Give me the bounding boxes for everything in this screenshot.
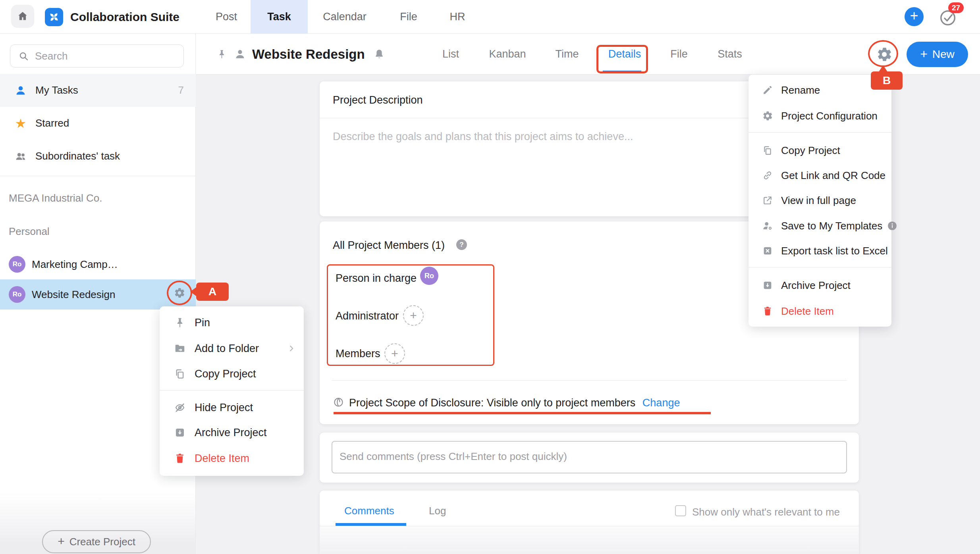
activity-empty-area [320, 526, 859, 554]
new-button-label: New [932, 48, 955, 61]
create-project-label: Create Project [69, 536, 135, 548]
project-label: Website Redesign [32, 289, 116, 301]
globe-icon [333, 396, 344, 408]
project-header: Website Redesign List Kanban Time Detail… [196, 34, 980, 75]
view-tab-time[interactable]: Time [556, 34, 579, 75]
menu-item-get-link-qr[interactable]: Get Link and QR Code [749, 164, 891, 187]
menu-item-copy-project[interactable]: Copy Project [749, 138, 891, 162]
menu-item-archive-project[interactable]: Archive Project [749, 273, 891, 297]
sidebar-item-label: Starred [35, 117, 69, 129]
comment-input[interactable] [332, 441, 847, 473]
topnav-tab-file[interactable]: File [400, 0, 417, 34]
global-create-button[interactable]: + [905, 7, 924, 26]
members-card-title: All Project Members (1) [333, 239, 445, 252]
project-context-menu: Pin Add to Folder Copy Project Hide Proj… [160, 306, 304, 476]
menu-item-export-excel[interactable]: Export task list to Excel [749, 239, 891, 263]
help-icon[interactable]: ? [456, 239, 467, 250]
sidebar-divider [0, 176, 195, 176]
view-tab-file[interactable]: File [670, 34, 688, 75]
sidebar-item-label: My Tasks [35, 84, 78, 96]
pin-icon[interactable] [216, 49, 227, 60]
search-box[interactable] [10, 44, 184, 67]
project-settings-menu: Rename Project Configuration Copy Projec… [749, 75, 891, 327]
todo-count-badge: 27 [948, 2, 964, 13]
new-task-button[interactable]: + New [907, 42, 968, 67]
pin-icon [174, 317, 186, 329]
sidebar-group-personal[interactable]: Personal [9, 225, 50, 238]
menu-item-rename[interactable]: Rename [749, 78, 891, 102]
bell-icon[interactable] [373, 48, 385, 60]
project-label: Marketing Camp… [32, 258, 118, 271]
view-tab-list[interactable]: List [442, 34, 459, 75]
menu-item-archive-project[interactable]: Archive Project [160, 421, 304, 444]
person-icon [15, 85, 27, 96]
gear-icon [762, 110, 773, 121]
menu-item-project-configuration[interactable]: Project Configuration [749, 104, 891, 128]
topnav-tab-post[interactable]: Post [216, 0, 237, 34]
scope-label: Project Scope of Disclosure: [349, 397, 484, 409]
sidebar-project-marketing[interactable]: Ro Marketing Camp… [0, 249, 196, 279]
plus-icon: + [910, 9, 918, 23]
project-title: Website Redesign [252, 34, 365, 75]
annotation-circle-a [167, 281, 192, 305]
search-input[interactable] [35, 45, 178, 67]
menu-item-save-to-templates[interactable]: Save to My Templates [749, 214, 891, 238]
tab-log[interactable]: Log [429, 505, 446, 517]
app-logo[interactable] [45, 8, 63, 26]
pinwheel-icon [48, 11, 60, 23]
sidebar-item-label: Subordinates' task [35, 150, 120, 162]
create-project-button[interactable]: + Create Project [42, 530, 151, 553]
trash-icon [762, 306, 773, 317]
annotation-box-details [596, 45, 648, 73]
topnav-tab-task[interactable]: Task [251, 0, 308, 34]
app-window: Collaboration Suite Post Task Calendar F… [0, 0, 980, 554]
folder-move-icon [174, 342, 186, 354]
menu-item-view-full-page[interactable]: View in full page [749, 189, 891, 212]
menu-item-pin[interactable]: Pin [160, 311, 304, 335]
topnav-tab-hr[interactable]: HR [450, 0, 465, 34]
archive-icon [762, 280, 773, 291]
annotation-arrow-a [190, 287, 196, 296]
search-icon [18, 51, 29, 62]
menu-item-copy-project[interactable]: Copy Project [160, 362, 304, 386]
relevant-filter-checkbox[interactable] [675, 505, 686, 516]
top-bar: Collaboration Suite Post Task Calendar F… [0, 0, 980, 34]
home-button[interactable] [11, 5, 34, 28]
menu-item-hide-project[interactable]: Hide Project [160, 396, 304, 419]
topnav-tab-calendar[interactable]: Calendar [323, 0, 367, 34]
excel-export-icon [762, 245, 773, 256]
menu-item-delete-item[interactable]: Delete Item [749, 299, 891, 323]
external-link-icon [762, 195, 773, 206]
view-tab-stats[interactable]: Stats [718, 34, 742, 75]
people-icon [15, 150, 27, 162]
avatar: Ro [9, 256, 25, 273]
menu-divider [749, 132, 891, 133]
view-tab-kanban[interactable]: Kanban [489, 34, 526, 75]
sidebar-project-website-redesign[interactable]: Ro Website Redesign [0, 279, 196, 310]
annotation-badge-a: A [196, 283, 229, 301]
annotation-arrow-b [879, 65, 887, 72]
relevant-filter-label: Show only what's relevant to me [692, 506, 840, 518]
sidebar-item-subordinates-task[interactable]: Subordinates' task [0, 140, 196, 173]
copy-icon [762, 145, 773, 156]
home-icon [17, 10, 29, 22]
plus-icon: + [920, 48, 928, 60]
person-gear-icon [762, 220, 773, 231]
task-count: 7 [178, 84, 184, 96]
menu-item-add-to-folder[interactable]: Add to Folder [160, 337, 304, 360]
change-scope-link[interactable]: Change [642, 397, 680, 409]
scope-value: Visible only to project members [487, 397, 636, 409]
menu-item-delete-item[interactable]: Delete Item [160, 446, 304, 470]
sidebar-item-starred[interactable]: ★ Starred [0, 107, 196, 140]
activity-card: Comments Log Show only what's relevant t… [320, 491, 859, 554]
annotation-circle-b [868, 40, 898, 67]
sidebar-group-mega[interactable]: MEGA Industrial Co. [9, 192, 102, 204]
annotation-underline-scope [334, 412, 711, 414]
owner-icon[interactable] [234, 48, 246, 60]
sidebar: My Tasks 7 ★ Starred Subordinates' task … [0, 34, 196, 554]
info-icon[interactable] [887, 221, 897, 231]
comment-input-card [320, 433, 859, 483]
sidebar-item-my-tasks[interactable]: My Tasks 7 [0, 74, 196, 107]
tab-comments[interactable]: Comments [344, 505, 394, 517]
eye-off-icon [174, 402, 186, 414]
